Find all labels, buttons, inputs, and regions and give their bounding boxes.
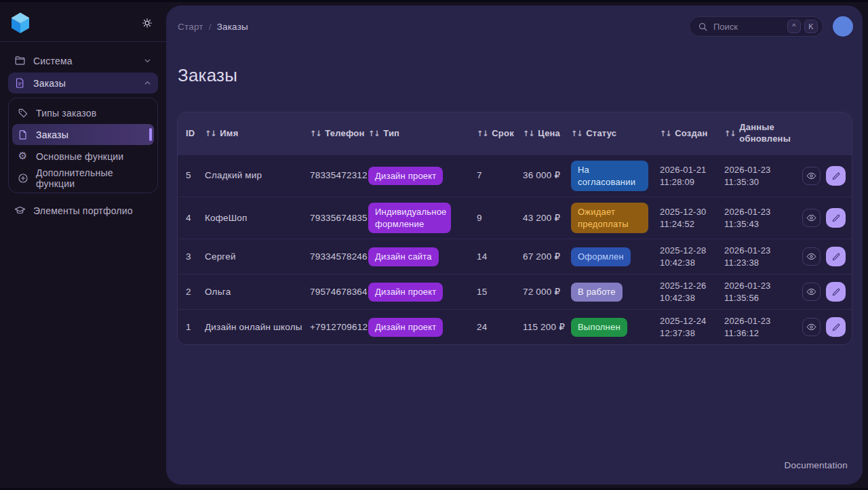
table-row: 4 КофеШоп 79335674835 Индивидуальное фор…	[178, 197, 852, 239]
cell-price: 43 200 ₽	[523, 207, 571, 230]
sidebar-item-system[interactable]: Система	[8, 50, 158, 71]
sort-icon: ↑↓	[368, 129, 379, 139]
edit-button[interactable]	[826, 166, 846, 186]
cell-id: 2	[186, 281, 205, 304]
view-button[interactable]	[802, 247, 821, 266]
sidebar-item-label: Элементы портфолио	[33, 205, 133, 216]
type-badge: Дизайн проект	[368, 283, 443, 302]
view-button[interactable]	[802, 167, 821, 185]
column-header-actions	[802, 127, 852, 140]
cell-price: 36 000 ₽	[523, 164, 571, 187]
column-header-status[interactable]: ↑↓Статус	[571, 121, 660, 146]
sort-icon: ↑↓	[523, 129, 534, 139]
sort-icon: ↑↓	[477, 129, 488, 139]
search-input[interactable]	[713, 22, 782, 32]
sidebar: Система Заказы	[0, 2, 166, 488]
edit-button[interactable]	[826, 317, 846, 337]
file-text-icon	[14, 77, 26, 89]
pencil-icon	[831, 171, 841, 181]
status-badge: Выполнен	[571, 318, 627, 337]
sort-icon: ↑↓	[205, 129, 216, 139]
eye-icon	[806, 171, 816, 181]
main-panel: Старт / Заказы ^ K Заказы	[166, 5, 863, 485]
column-header-term[interactable]: ↑↓Срок	[477, 121, 523, 146]
cell-updated: 2026-01-2311:35:43	[724, 201, 802, 235]
status-badge: На согласовании	[571, 161, 648, 191]
cell-name: Ольга	[205, 281, 310, 304]
breadcrumb-root[interactable]: Старт	[178, 22, 203, 32]
documentation-link[interactable]: Documentation	[785, 460, 848, 470]
sidebar-item-label: Дополнительные функции	[36, 167, 149, 189]
cell-term: 14	[477, 245, 523, 268]
column-header-price[interactable]: ↑↓Цена	[523, 121, 571, 146]
sort-icon: ↑↓	[724, 129, 735, 139]
column-header-type[interactable]: ↑↓Тип	[368, 121, 477, 146]
cell-term: 9	[477, 207, 523, 230]
user-avatar[interactable]	[833, 16, 853, 37]
cell-name: КофеШоп	[205, 207, 310, 230]
theme-toggle-button[interactable]	[138, 14, 155, 31]
sidebar-item-portfolio-elements[interactable]: Элементы портфолио	[8, 200, 158, 221]
sidebar-nav: Система Заказы	[0, 42, 166, 221]
breadcrumb-current[interactable]: Заказы	[217, 22, 248, 32]
orders-submenu: Типы заказов Заказы ⚙ Основные функции	[8, 98, 158, 193]
cell-created: 2025-12-2810:42:38	[660, 239, 724, 274]
page-title: Заказы	[166, 47, 863, 86]
topbar: Старт / Заказы ^ K	[166, 5, 863, 47]
table-row: 2 Ольга 79574678364 Дизайн проект 15 72 …	[178, 274, 852, 309]
table-row: 5 Сладкий мир 78335472312 Дизайн проект …	[178, 155, 852, 197]
chevron-down-icon	[143, 56, 152, 65]
eye-icon	[806, 251, 816, 262]
cell-created: 2025-12-2412:37:38	[660, 310, 724, 344]
eye-icon	[806, 287, 816, 297]
sidebar-item-main-functions[interactable]: ⚙ Основные функции	[12, 146, 154, 167]
edit-button[interactable]	[826, 282, 846, 302]
sidebar-item-orders-group[interactable]: Заказы	[8, 73, 158, 94]
cell-term: 7	[477, 164, 523, 187]
cell-id: 5	[186, 164, 205, 187]
column-header-name[interactable]: ↑↓Имя	[205, 121, 310, 146]
edit-button[interactable]	[826, 208, 846, 228]
cell-updated: 2026-01-2311:35:56	[724, 274, 802, 309]
column-header-created[interactable]: ↑↓Создан	[660, 121, 724, 146]
eye-icon	[806, 213, 816, 223]
cell-name: Сергей	[205, 245, 310, 268]
cell-id: 1	[186, 316, 205, 339]
sidebar-item-label: Система	[33, 56, 73, 66]
cell-phone: 79335674835	[310, 207, 368, 230]
column-header-updated[interactable]: ↑↓Данные обновлены	[724, 115, 802, 152]
gear-icon: ⚙	[17, 150, 28, 162]
sidebar-item-label: Типы заказов	[36, 108, 96, 119]
sort-icon: ↑↓	[571, 129, 582, 139]
pencil-icon	[831, 323, 841, 332]
type-badge: Дизайн проект	[368, 167, 443, 186]
cell-created: 2025-12-3011:24:52	[660, 201, 724, 235]
status-badge: Оформлен	[571, 247, 631, 266]
search-box[interactable]: ^ K	[689, 16, 823, 37]
breadcrumb-separator: /	[209, 22, 212, 32]
cell-id: 3	[186, 245, 205, 268]
table-header-row: ID ↑↓Имя ↑↓Телефон ↑↓Тип ↑↓Срок ↑↓Цена ↑…	[178, 113, 852, 155]
cell-phone: 78335472312	[310, 164, 368, 187]
view-button[interactable]	[802, 209, 821, 227]
cell-created: 2026-01-2111:28:09	[660, 159, 724, 193]
column-header-id: ID	[186, 121, 205, 146]
sidebar-item-order-types[interactable]: Типы заказов	[12, 102, 154, 123]
view-button[interactable]	[802, 283, 821, 301]
cell-phone: +79127096121	[310, 316, 368, 339]
active-indicator	[149, 128, 152, 141]
edit-button[interactable]	[826, 247, 846, 266]
sun-icon	[141, 17, 153, 28]
sort-icon: ↑↓	[310, 129, 321, 139]
cell-name: Сладкий мир	[205, 164, 310, 187]
view-button[interactable]	[802, 318, 821, 336]
sidebar-item-orders[interactable]: Заказы	[12, 124, 154, 145]
app-logo-cube-icon[interactable]	[9, 12, 31, 35]
status-badge: В работе	[571, 283, 623, 302]
cell-phone: 79574678364	[310, 281, 368, 304]
column-header-phone[interactable]: ↑↓Телефон	[310, 121, 368, 146]
cell-price: 115 200 ₽	[523, 316, 571, 339]
eye-icon	[806, 322, 816, 332]
sidebar-item-additional-functions[interactable]: Дополнительные функции	[12, 167, 154, 188]
cell-price: 67 200 ₽	[523, 245, 571, 268]
